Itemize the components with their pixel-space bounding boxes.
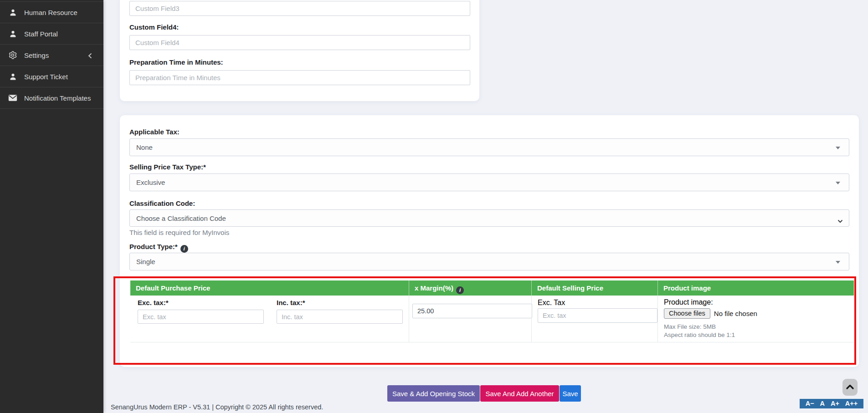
font-size-controls: A− A A+ A++ — [800, 399, 863, 408]
sidebar-item-support-ticket[interactable]: Support Ticket — [0, 66, 103, 87]
font-size-decrease-button[interactable]: A− — [806, 399, 814, 408]
header-product-image: Product image — [658, 280, 854, 296]
person-icon — [8, 8, 17, 17]
selling-exc-tax-input[interactable] — [538, 308, 657, 323]
save-add-opening-stock-button[interactable]: Save & Add Opening Stock — [387, 385, 480, 402]
scroll-to-top-button[interactable] — [842, 379, 858, 396]
gear-icon — [8, 51, 17, 60]
applicable-tax-select[interactable]: None — [129, 138, 849, 156]
dropdown-arrow-icon — [836, 261, 840, 264]
purchase-inc-tax-input[interactable] — [277, 310, 403, 324]
aspect-ratio-note: Aspect ratio should be 1:1 — [664, 331, 735, 338]
product-type-label: Product Type:*i — [129, 243, 188, 253]
save-button[interactable]: Save — [560, 385, 581, 402]
selling-price-tax-type-value: Exclusive — [136, 178, 165, 186]
product-type-value: Single — [136, 258, 155, 265]
sidebar-item-label: Settings — [24, 51, 49, 59]
sidebar-item-label: Support Ticket — [24, 73, 68, 81]
sidebar: Human Resource Staff Portal Settings Sup… — [0, 0, 103, 413]
product-image-file-input: Choose files No file chosen — [664, 308, 757, 319]
header-default-selling-price: Default Selling Price — [532, 280, 658, 296]
product-image-label: Product image: — [664, 298, 713, 306]
font-size-normal-button[interactable]: A — [820, 399, 825, 408]
preparation-time-label: Preparation Time in Minutes: — [129, 58, 223, 66]
classification-code-value: Choose a Classification Code — [136, 214, 226, 222]
selling-price-cell: Exc. Tax — [532, 296, 658, 342]
pricing-highlight-box: Default Purchase Price x Margin(%)i Defa… — [113, 276, 856, 365]
purchase-inc-tax-label: Inc. tax:* — [277, 299, 403, 306]
sidebar-item-label: Notification Templates — [24, 94, 91, 102]
purchase-exc-tax-input[interactable] — [138, 310, 264, 324]
applicable-tax-label: Applicable Tax: — [129, 128, 180, 136]
pricing-table-header: Default Purchase Price x Margin(%)i Defa… — [130, 280, 854, 296]
person-icon — [8, 72, 17, 81]
pricing-table-row: Exc. tax:* Inc. tax:* Exc. Tax — [130, 296, 854, 342]
sidebar-item-notification-templates[interactable]: Notification Templates — [0, 87, 103, 109]
info-icon[interactable]: i — [180, 245, 188, 253]
header-default-purchase-price: Default Purchase Price — [130, 280, 409, 296]
no-file-chosen-text: No file chosen — [714, 310, 757, 317]
product-type-label-text: Product Type:* — [129, 243, 178, 250]
purchase-price-cell: Exc. tax:* Inc. tax:* — [130, 296, 409, 342]
sidebar-item-staff-portal[interactable]: Staff Portal — [0, 23, 103, 45]
choose-files-button[interactable]: Choose files — [664, 308, 710, 319]
margin-input[interactable] — [412, 304, 532, 318]
tax-pricing-card: Applicable Tax: None Selling Price Tax T… — [120, 115, 859, 367]
custom-field4-label: Custom Field4: — [129, 23, 179, 31]
page: { "sidebar": { "items": [ { "label": "Hu… — [0, 0, 868, 413]
info-icon[interactable]: i — [456, 286, 464, 294]
font-size-increase-button[interactable]: A+ — [831, 399, 839, 408]
chevron-down-icon — [837, 217, 843, 224]
sidebar-menu: Human Resource Staff Portal Settings Sup… — [0, 1, 103, 109]
file-size-note: Max File size: 5MB — [664, 323, 716, 330]
custom-fields-card: Custom Field4: Preparation Time in Minut… — [120, 0, 479, 101]
classification-code-help: This field is required for MyInvois — [129, 229, 229, 236]
custom-field4-input[interactable] — [129, 35, 470, 50]
classification-code-label: Classification Code: — [129, 199, 195, 207]
chevron-up-icon — [846, 384, 854, 391]
footer-copyright: SenangUrus Modern ERP - V5.31 | Copyrigh… — [111, 403, 323, 411]
selling-exc-tax-label: Exc. Tax — [538, 299, 565, 307]
dropdown-arrow-icon — [836, 182, 840, 184]
classification-code-select[interactable]: Choose a Classification Code — [129, 209, 849, 227]
sidebar-item-settings[interactable]: Settings — [0, 45, 103, 66]
applicable-tax-value: None — [136, 143, 153, 151]
dropdown-arrow-icon — [836, 147, 840, 149]
margin-cell — [409, 296, 532, 342]
product-image-cell: Product image: Choose files No file chos… — [658, 296, 854, 342]
sidebar-item-label: Human Resource — [24, 9, 77, 16]
sidebar-item-human-resource[interactable]: Human Resource — [0, 2, 103, 23]
selling-price-tax-type-select[interactable]: Exclusive — [129, 173, 849, 191]
save-and-add-another-button[interactable]: Save And Add Another — [480, 385, 559, 402]
person-icon — [8, 29, 17, 38]
purchase-exc-tax-group: Exc. tax:* — [138, 299, 264, 324]
selling-price-tax-type-label: Selling Price Tax Type:* — [129, 163, 206, 171]
custom-field3-input[interactable] — [129, 1, 470, 16]
sidebar-item-label: Staff Portal — [24, 30, 58, 38]
purchase-exc-tax-label: Exc. tax:* — [138, 299, 264, 306]
envelope-icon — [8, 93, 17, 102]
preparation-time-input[interactable] — [129, 70, 470, 85]
product-type-select[interactable]: Single — [129, 253, 849, 270]
pricing-table: Default Purchase Price x Margin(%)i Defa… — [130, 280, 854, 342]
chevron-left-icon — [88, 52, 92, 61]
header-margin: x Margin(%)i — [409, 280, 532, 296]
purchase-inc-tax-group: Inc. tax:* — [277, 299, 403, 324]
header-margin-text: x Margin(%) — [415, 284, 453, 292]
font-size-increase-more-button[interactable]: A++ — [845, 399, 858, 408]
